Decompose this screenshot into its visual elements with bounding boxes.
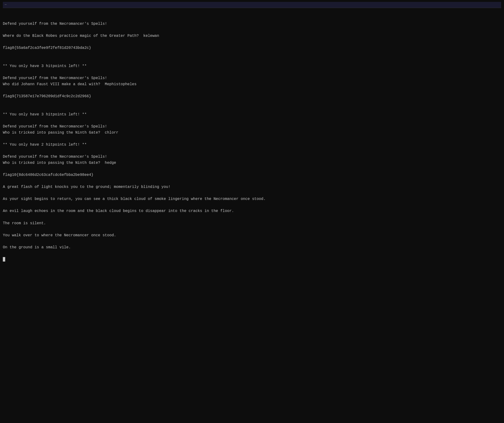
- terminal-line: [3, 100, 501, 106]
- terminal-window: — Defend yourself from the Necromancer's…: [3, 2, 501, 263]
- terminal-line: flag10{8dc6486d2c63cafcdc6efbba2be98ee4}: [3, 172, 501, 178]
- terminal-line: Defend yourself from the Necromancer's S…: [3, 154, 501, 160]
- terminal-line: [3, 57, 501, 63]
- terminal-line: [3, 166, 501, 172]
- terminal-line: Defend yourself from the Necromancer's S…: [3, 21, 501, 27]
- terminal-line: [3, 39, 501, 45]
- terminal-line: As your sight begins to return, you can …: [3, 196, 501, 202]
- terminal-line: ** You only have 3 hitpoints left! **: [3, 112, 501, 118]
- terminal-line: [3, 106, 501, 112]
- terminal-line: [3, 226, 501, 233]
- terminal-line: [3, 148, 501, 154]
- title-bar-separator: —: [5, 3, 7, 6]
- terminal-line: On the ground is a small vile.: [3, 245, 501, 251]
- terminal-line: [3, 118, 501, 124]
- terminal-line: flag8{55a6af2ca3fee9f2fef81d20743bda2c}: [3, 45, 501, 51]
- terminal-line: ** You only have 2 hitpoints left! **: [3, 142, 501, 148]
- terminal-cursor: [3, 257, 5, 261]
- terminal-line: [3, 190, 501, 196]
- terminal-line: Defend yourself from the Necromancer's S…: [3, 124, 501, 130]
- terminal-line: [3, 214, 501, 220]
- terminal-line: Defend yourself from the Necromancer's S…: [3, 75, 501, 81]
- terminal-line: [3, 51, 501, 57]
- terminal-line: Who is tricked into passing the Ninth Ga…: [3, 160, 501, 166]
- terminal-line: You walk over to where the Necromancer o…: [3, 233, 501, 239]
- terminal-body: Defend yourself from the Necromancer's S…: [3, 9, 501, 263]
- terminal-line: A great flash of light knocks you to the…: [3, 184, 501, 190]
- terminal-line: flag9{713587e17e796209d1df4c9c2c2d2966}: [3, 93, 501, 100]
- terminal-line: [3, 202, 501, 208]
- terminal-line: Where do the Black Robes practice magic …: [3, 33, 501, 39]
- terminal-line: [3, 69, 501, 76]
- terminal-line: ** You only have 3 hitpoints left! **: [3, 63, 501, 69]
- terminal-line: [3, 238, 501, 245]
- terminal-line: [3, 88, 501, 94]
- title-bar: —: [3, 2, 501, 8]
- terminal-line: [3, 27, 501, 33]
- terminal-line: [3, 136, 501, 142]
- terminal-line: Who is tricked into passing the Ninth Ga…: [3, 130, 501, 136]
- terminal-line: [3, 178, 501, 184]
- terminal-line: Who did Johann Faust VIII make a deal wi…: [3, 81, 501, 88]
- terminal-line: An evil laugh echoes in the room and the…: [3, 208, 501, 214]
- terminal-line: The room is silent.: [3, 220, 501, 227]
- terminal-line: [3, 251, 501, 257]
